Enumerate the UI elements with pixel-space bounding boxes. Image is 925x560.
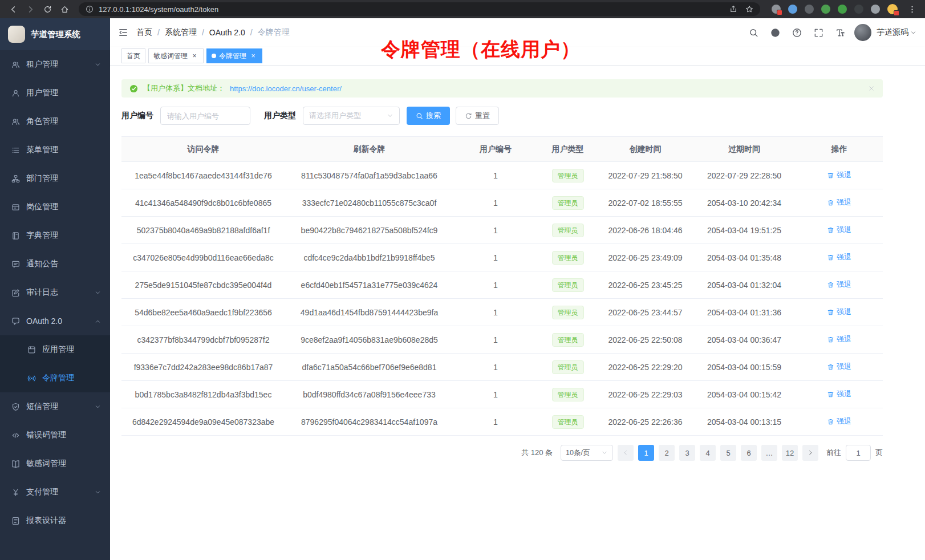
create-time-cell: 2022-06-25 23:45:25 — [598, 271, 693, 299]
page-button-5[interactable]: 5 — [720, 445, 736, 461]
force-logout-button[interactable]: 强退 — [827, 197, 851, 208]
expire-time-cell: 2054-03-04 00:15:42 — [693, 381, 796, 408]
force-logout-label: 强退 — [837, 389, 851, 399]
reset-button[interactable]: 重置 — [456, 107, 499, 125]
page-button-1[interactable]: 1 — [638, 445, 654, 461]
force-logout-button[interactable]: 强退 — [827, 416, 851, 427]
column-header-user-type: 用户类型 — [538, 137, 598, 162]
address-bar[interactable]: 127.0.0.1:1024/system/oauth2/token — [79, 2, 760, 16]
trash-icon — [827, 418, 834, 425]
total-count: 共 120 条 — [521, 448, 553, 458]
tab-token[interactable]: 令牌管理× — [206, 48, 262, 63]
prev-page-button[interactable] — [618, 445, 634, 461]
sidebar-item-oauth2-token[interactable]: 令牌管理 — [0, 364, 110, 392]
user-id-input[interactable] — [160, 107, 250, 125]
user-type-cell: 管理员 — [538, 326, 598, 354]
column-header-actions: 操作 — [796, 137, 883, 162]
home-button[interactable] — [57, 2, 72, 17]
bookmark-star-icon[interactable] — [745, 5, 753, 13]
breadcrumb-item[interactable]: OAuth 2.0 — [209, 28, 245, 37]
forward-button[interactable] — [23, 2, 38, 17]
profile-avatar-icon[interactable] — [887, 4, 898, 14]
sidebar-item-notice-management[interactable]: 通知公告 — [0, 250, 110, 278]
force-logout-button[interactable]: 强退 — [827, 307, 851, 317]
extension-black-icon[interactable] — [854, 5, 863, 14]
actions-cell: 强退 — [796, 217, 883, 244]
sidebar-item-oauth2-application[interactable]: 应用管理 — [0, 335, 110, 364]
tab-home[interactable]: 首页 — [121, 48, 145, 63]
extensions-puzzle-icon[interactable] — [772, 5, 781, 14]
extension-green-x-icon[interactable] — [838, 5, 847, 14]
extension-dark-icon[interactable] — [805, 5, 814, 14]
sidebar-item-menu-management[interactable]: 菜单管理 — [0, 136, 110, 164]
page-button-12[interactable]: 12 — [782, 445, 798, 461]
extension-green-icon[interactable] — [821, 5, 830, 14]
sidebar-item-role-management[interactable]: 角色管理 — [0, 107, 110, 136]
breadcrumb-item[interactable]: 首页 — [136, 27, 152, 38]
user-menu[interactable]: 芋道源码 — [854, 24, 916, 41]
force-logout-button[interactable]: 强退 — [827, 170, 851, 180]
breadcrumb-item[interactable]: 系统管理 — [165, 27, 197, 38]
sidebar-item-report-designer[interactable]: 报表设计器 — [0, 506, 110, 535]
sidebar-item-post-management[interactable]: 岗位管理 — [0, 193, 110, 221]
reading-mode-icon[interactable] — [871, 5, 880, 14]
refresh-button[interactable] — [40, 2, 55, 17]
user-id-cell: 1 — [453, 326, 538, 354]
page-button-6[interactable]: 6 — [741, 445, 757, 461]
page-button-3[interactable]: 3 — [679, 445, 695, 461]
page-button-2[interactable]: 2 — [659, 445, 675, 461]
search-button[interactable]: 搜索 — [407, 107, 450, 125]
share-icon[interactable] — [729, 5, 737, 13]
back-button[interactable] — [6, 2, 21, 17]
tool-github[interactable] — [765, 23, 785, 42]
tool-fontsize[interactable] — [830, 23, 850, 42]
sidebar-item-dept-management[interactable]: 部门管理 — [0, 164, 110, 193]
chevron-down-icon — [95, 290, 101, 296]
tool-question[interactable] — [787, 23, 806, 42]
force-logout-button[interactable]: 强退 — [827, 279, 851, 290]
search-icon — [749, 28, 758, 38]
sidebar-item-dict-management[interactable]: 字典管理 — [0, 221, 110, 250]
sidebar-item-pay-management[interactable]: 支付管理 — [0, 478, 110, 506]
create-time-cell: 2022-07-29 21:58:50 — [598, 162, 693, 189]
goto-label: 前往 — [826, 448, 841, 458]
browser-menu-button[interactable] — [904, 2, 919, 17]
force-logout-button[interactable]: 强退 — [827, 252, 851, 262]
page-button-4[interactable]: 4 — [700, 445, 716, 461]
actions-cell: 强退 — [796, 162, 883, 189]
site-info-icon[interactable] — [86, 5, 94, 13]
close-tab-icon[interactable]: × — [249, 52, 257, 60]
sidebar-item-sms-management[interactable]: 短信管理 — [0, 392, 110, 421]
force-logout-button[interactable]: 强退 — [827, 225, 851, 235]
broadcast-icon — [27, 374, 36, 383]
pagination: 共 120 条10条/页123456…12前往页 — [121, 445, 883, 461]
goto-page-input[interactable] — [846, 445, 871, 461]
more-pages-button[interactable]: … — [761, 445, 777, 461]
user-type-select[interactable]: 请选择用户类型 — [303, 107, 400, 125]
next-page-button[interactable] — [802, 445, 818, 461]
extension-blue-icon[interactable] — [788, 5, 797, 14]
sidebar-item-oauth2[interactable]: OAuth 2.0 — [0, 307, 110, 335]
app-logo[interactable]: 芋道管理系统 — [0, 18, 110, 50]
table-row: f9336e7c7dd242a283ee98dc86b17a87dfa6c71a… — [121, 354, 883, 381]
menu-fold-icon[interactable] — [118, 27, 128, 38]
tab-sensitive-word[interactable]: 敏感词管理× — [148, 48, 204, 63]
sidebar-item-tenant-management[interactable]: 租户管理 — [0, 50, 110, 79]
close-tab-icon[interactable]: × — [190, 52, 198, 60]
page-size-select[interactable]: 10条/页 — [561, 445, 613, 461]
sidebar-item-audit-log[interactable]: 审计日志 — [0, 278, 110, 307]
table-row: 275e5de9151045fe87cbdc395e004f4de6cfd40e… — [121, 271, 883, 299]
alert-link[interactable]: https://doc.iocoder.cn/user-center/ — [230, 84, 342, 93]
sidebar-item-user-management[interactable]: 用户管理 — [0, 79, 110, 107]
tool-fullscreen[interactable] — [809, 23, 828, 42]
force-logout-button[interactable]: 强退 — [827, 389, 851, 399]
force-logout-button[interactable]: 强退 — [827, 334, 851, 344]
table-row: 54d6be82ee5a460a9aedc1f9bf22365649d1aa46… — [121, 299, 883, 326]
table-row: b0d1785bc3a8482f812db4a3f3bd15ecb0df4980… — [121, 381, 883, 408]
sidebar-item-sensitive-word-management[interactable]: 敏感词管理 — [0, 449, 110, 478]
tool-search[interactable] — [744, 23, 763, 42]
search-icon — [416, 112, 423, 120]
sidebar-item-error-code-management[interactable]: 错误码管理 — [0, 421, 110, 449]
force-logout-button[interactable]: 强退 — [827, 362, 851, 372]
close-alert-icon[interactable] — [868, 85, 875, 92]
